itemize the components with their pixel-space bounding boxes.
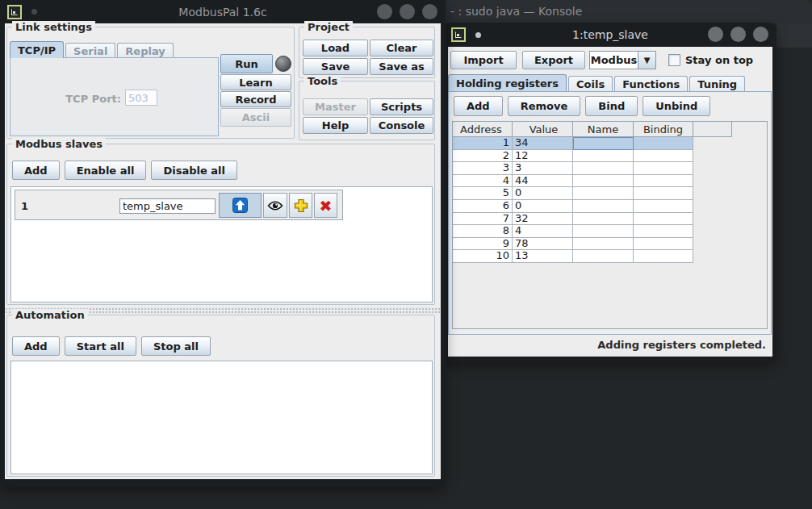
cell-value[interactable]: 4	[513, 225, 573, 238]
cell-address[interactable]: 10	[453, 250, 513, 263]
maximize-button[interactable]	[730, 27, 746, 42]
add-register-button[interactable]: Add	[454, 96, 503, 116]
tab-serial[interactable]: Serial	[65, 43, 115, 58]
stay-on-top-checkbox[interactable]	[668, 54, 680, 66]
cell-address[interactable]: 7	[453, 213, 513, 226]
column-header-name[interactable]: Name	[573, 122, 634, 137]
tab-functions[interactable]: Functions	[614, 76, 688, 91]
cell-name[interactable]	[573, 238, 634, 251]
cell-binding[interactable]	[634, 175, 693, 188]
cell-binding[interactable]	[634, 200, 693, 213]
record-button[interactable]: Record	[220, 91, 291, 107]
cell-binding[interactable]	[634, 225, 693, 238]
load-button[interactable]: Load	[303, 40, 368, 56]
chevron-down-icon[interactable]: ▼	[638, 52, 655, 69]
cell-name[interactable]	[573, 150, 634, 163]
scripts-button[interactable]: Scripts	[370, 98, 433, 115]
cell-binding[interactable]	[634, 250, 693, 263]
cell-value[interactable]: 78	[513, 238, 573, 251]
run-button[interactable]: Run	[220, 54, 273, 73]
save-as-button[interactable]: Save as	[370, 58, 433, 75]
slave-row[interactable]: 1	[15, 190, 343, 220]
tab-holding-registers[interactable]: Holding registers	[448, 74, 567, 91]
bind-button[interactable]: Bind	[585, 96, 638, 116]
show-slave-button[interactable]	[263, 193, 287, 218]
cell-address[interactable]: 8	[453, 225, 513, 238]
column-header-address[interactable]: Address	[453, 122, 513, 137]
slave-name-field[interactable]	[119, 198, 216, 214]
cell-name[interactable]	[573, 137, 634, 150]
add-automation-button[interactable]: Add	[12, 336, 60, 356]
cell-name[interactable]	[573, 187, 634, 200]
table-row[interactable]: 1013	[453, 250, 767, 263]
slave-enable-toggle[interactable]	[219, 193, 262, 218]
cell-address[interactable]: 1	[453, 137, 513, 150]
cell-name[interactable]	[573, 175, 634, 188]
table-row[interactable]: 60	[453, 200, 767, 213]
disable-all-button[interactable]: Disable all	[151, 161, 237, 180]
save-button[interactable]: Save	[303, 58, 368, 75]
minimize-button[interactable]	[708, 27, 723, 42]
cell-address[interactable]: 9	[453, 238, 513, 251]
learn-button[interactable]: Learn	[220, 74, 291, 90]
cell-address[interactable]: 6	[453, 200, 513, 213]
cell-value[interactable]: 12	[513, 150, 573, 163]
cell-value[interactable]: 0	[513, 200, 573, 213]
stop-all-button[interactable]: Stop all	[141, 336, 211, 356]
cell-name[interactable]	[573, 200, 634, 213]
tab-coils[interactable]: Coils	[568, 76, 613, 91]
cell-name[interactable]	[573, 225, 634, 238]
cell-name[interactable]	[573, 250, 634, 263]
help-button[interactable]: Help	[303, 117, 368, 134]
stay-on-top-label[interactable]: Stay on top	[685, 54, 753, 66]
cell-address[interactable]: 4	[453, 175, 513, 188]
cell-name[interactable]	[573, 213, 634, 226]
clear-button[interactable]: Clear	[370, 40, 433, 56]
start-all-button[interactable]: Start all	[65, 336, 136, 356]
tcp-port-field[interactable]	[125, 90, 157, 106]
table-row[interactable]: 732	[453, 213, 767, 226]
cell-value[interactable]: 3	[513, 162, 573, 175]
cell-value[interactable]: 44	[513, 175, 573, 188]
tab-replay[interactable]: Replay	[117, 43, 173, 58]
cell-value[interactable]: 13	[513, 250, 573, 263]
tab-tuning[interactable]: Tuning	[689, 76, 745, 91]
cell-binding[interactable]	[634, 187, 693, 200]
close-button[interactable]	[422, 4, 437, 19]
delete-slave-button[interactable]: ✖	[314, 193, 337, 218]
console-button[interactable]: Console	[370, 117, 433, 134]
table-row[interactable]: 212	[453, 150, 767, 163]
table-row[interactable]: 50	[453, 187, 767, 200]
table-row[interactable]: 134	[453, 137, 767, 150]
cell-binding[interactable]	[634, 162, 693, 175]
cell-address[interactable]: 5	[453, 187, 513, 200]
close-button[interactable]	[753, 27, 768, 42]
table-row[interactable]: 33	[453, 162, 767, 175]
cell-name[interactable]	[573, 162, 634, 175]
maximize-button[interactable]	[400, 4, 415, 19]
minimize-button[interactable]	[377, 4, 392, 19]
column-header-value[interactable]: Value	[513, 122, 573, 137]
table-row[interactable]: 978	[453, 238, 767, 251]
cell-address[interactable]: 2	[453, 150, 513, 163]
export-button[interactable]: Export	[522, 51, 585, 69]
remove-register-button[interactable]: Remove	[508, 96, 581, 116]
enable-all-button[interactable]: Enable all	[65, 161, 147, 180]
column-header-binding[interactable]: Binding	[634, 122, 693, 137]
cell-binding[interactable]	[634, 238, 693, 251]
cell-binding[interactable]	[634, 150, 693, 163]
table-row[interactable]: 84	[453, 225, 767, 238]
cell-value[interactable]: 32	[513, 213, 573, 226]
import-button[interactable]: Import	[450, 51, 517, 69]
cell-address[interactable]: 3	[453, 162, 513, 175]
cell-binding[interactable]	[634, 137, 693, 150]
protocol-combobox[interactable]: Modbus ▼	[589, 51, 656, 69]
add-to-slave-button[interactable]	[289, 193, 312, 218]
table-row[interactable]: 444	[453, 175, 767, 188]
tab-tcpip[interactable]: TCP/IP	[10, 41, 64, 58]
unbind-button[interactable]: Unbind	[642, 96, 710, 116]
registers-scrollpane[interactable]: Address Value Name Binding 1342123344450…	[452, 121, 768, 329]
add-slave-button[interactable]: Add	[12, 161, 60, 180]
cell-value[interactable]: 0	[513, 187, 573, 200]
cell-value[interactable]: 34	[513, 137, 573, 150]
